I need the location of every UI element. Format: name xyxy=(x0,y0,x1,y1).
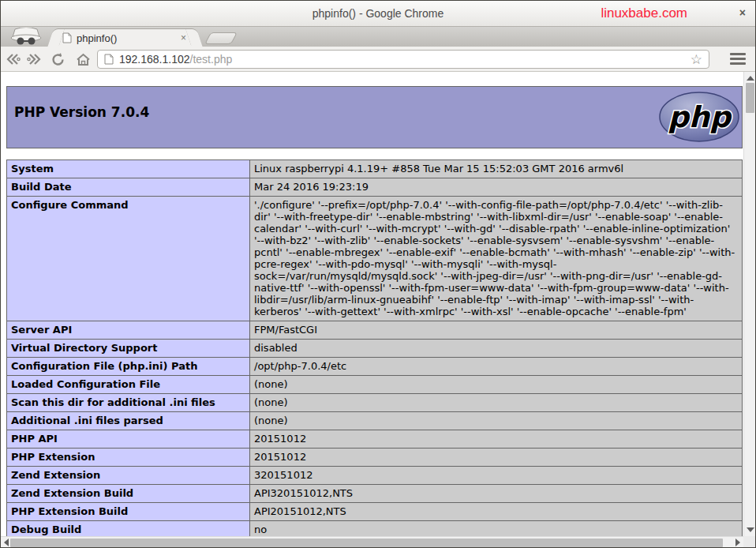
php-logo-icon: php xyxy=(659,92,739,142)
phpinfo-header: PHP Version 7.0.4 php xyxy=(6,86,743,148)
address-bar[interactable]: 192.168.1.102/test.php ☆ xyxy=(97,50,709,69)
info-label: Scan this dir for additional .ini files xyxy=(7,394,250,412)
info-value: API320151012,NTS xyxy=(250,485,743,503)
home-button[interactable] xyxy=(73,50,92,69)
vertical-scroll-thumb[interactable] xyxy=(746,83,754,113)
info-value: (none) xyxy=(250,412,743,430)
scroll-left-icon[interactable] xyxy=(4,539,9,546)
info-label: Zend Extension Build xyxy=(7,485,250,503)
new-tab-button[interactable] xyxy=(204,32,238,44)
scroll-right-icon[interactable] xyxy=(735,539,740,546)
browser-viewport: PHP Version 7.0.4 php System Linu xyxy=(1,72,755,548)
watermark-text: linuxbabe.com xyxy=(601,6,687,21)
info-label: System xyxy=(7,160,250,178)
tab-strip: phpinfo() × xyxy=(1,27,755,47)
table-row: Build Date Mar 24 2016 19:23:19 xyxy=(7,178,743,197)
reload-icon xyxy=(51,52,65,67)
php-logo-text: php xyxy=(668,100,732,134)
phpinfo-table: System Linux raspberrypi 4.1.19+ #858 Tu… xyxy=(6,160,743,536)
info-label: PHP API xyxy=(7,430,250,449)
bookmark-star-icon[interactable]: ☆ xyxy=(691,51,702,68)
table-row: System Linux raspberrypi 4.1.19+ #858 Tu… xyxy=(7,160,743,178)
title-bar: phpinfo() - Google Chrome linuxbabe.com … xyxy=(1,1,755,27)
info-label: Server API xyxy=(7,321,250,340)
info-value: /opt/php-7.0.4/etc xyxy=(250,358,743,376)
table-row: Configure Command './configure' '--prefi… xyxy=(7,197,743,321)
back-button[interactable] xyxy=(4,50,23,69)
info-value: (none) xyxy=(250,394,743,412)
horizontal-scrollbar[interactable] xyxy=(1,536,743,548)
table-row: PHP Extension Build API20151012,NTS xyxy=(7,503,743,521)
menu-icon[interactable] xyxy=(730,53,746,65)
info-value: 20151012 xyxy=(250,430,743,449)
tab-phpinfo[interactable]: phpinfo() × xyxy=(56,29,194,47)
info-value: './configure' '--prefix=/opt/php-7.0.4' … xyxy=(250,197,743,321)
phpinfo-table-body: System Linux raspberrypi 4.1.19+ #858 Tu… xyxy=(7,160,743,537)
info-value: (none) xyxy=(250,376,743,394)
url-host: 192.168.1.102 xyxy=(119,53,190,66)
info-value: disabled xyxy=(250,340,743,358)
info-label: Configuration File (php.ini) Path xyxy=(7,358,250,376)
table-row: Server API FPM/FastCGI xyxy=(7,321,743,340)
info-label: Loaded Configuration File xyxy=(7,376,250,394)
tab-label: phpinfo() xyxy=(77,32,179,44)
info-value: Mar 24 2016 19:23:19 xyxy=(250,178,743,197)
forward-button[interactable] xyxy=(24,50,43,69)
phpinfo-page: PHP Version 7.0.4 php System Linu xyxy=(1,72,743,536)
url-path: /test.php xyxy=(190,53,233,66)
info-label: Build Date xyxy=(7,178,250,197)
horizontal-scroll-thumb[interactable] xyxy=(10,539,723,547)
table-row: PHP API 20151012 xyxy=(7,430,743,449)
info-value: API20151012,NTS xyxy=(250,503,743,521)
table-row: Additional .ini files parsed (none) xyxy=(7,412,743,430)
forward-icon xyxy=(26,53,42,66)
window-close-button[interactable]: × xyxy=(739,6,746,19)
info-value: FPM/FastCGI xyxy=(250,321,743,340)
browser-window: phpinfo() - Google Chrome linuxbabe.com … xyxy=(0,0,756,548)
table-row: PHP Extension 20151012 xyxy=(7,449,743,467)
home-icon xyxy=(76,53,91,66)
info-label: Zend Extension xyxy=(7,467,250,485)
info-label: PHP Extension Build xyxy=(7,503,250,521)
scroll-up-icon[interactable] xyxy=(747,76,754,81)
table-row: Loaded Configuration File (none) xyxy=(7,376,743,394)
page-icon xyxy=(62,32,72,43)
info-label: Virtual Directory Support xyxy=(7,340,250,358)
navigation-toolbar: 192.168.1.102/test.php ☆ xyxy=(1,47,755,72)
page-title: PHP Version 7.0.4 xyxy=(7,87,742,120)
info-label: Debug Build xyxy=(7,521,250,537)
table-row: Scan this dir for additional .ini files … xyxy=(7,394,743,412)
info-value: 320151012 xyxy=(250,467,743,485)
info-value: no xyxy=(250,521,743,537)
table-row: Virtual Directory Support disabled xyxy=(7,340,743,358)
info-label: PHP Extension xyxy=(7,449,250,467)
info-label: Additional .ini files parsed xyxy=(7,412,250,430)
table-row: Debug Build no xyxy=(7,521,743,537)
back-icon xyxy=(6,53,21,66)
tab-close-icon[interactable]: × xyxy=(179,32,188,43)
incognito-icon xyxy=(6,28,47,47)
reload-button[interactable] xyxy=(48,50,67,69)
table-row: Zend Extension 320151012 xyxy=(7,467,743,485)
scrollbar-corner xyxy=(743,536,755,548)
table-row: Configuration File (php.ini) Path /opt/p… xyxy=(7,358,743,376)
vertical-scrollbar[interactable] xyxy=(743,72,755,536)
info-value: 20151012 xyxy=(250,449,743,467)
table-row: Zend Extension Build API320151012,NTS xyxy=(7,485,743,503)
scroll-down-icon[interactable] xyxy=(747,527,754,532)
info-label: Configure Command xyxy=(7,197,250,321)
info-value: Linux raspberrypi 4.1.19+ #858 Tue Mar 1… xyxy=(250,160,743,178)
page-icon xyxy=(104,54,114,65)
